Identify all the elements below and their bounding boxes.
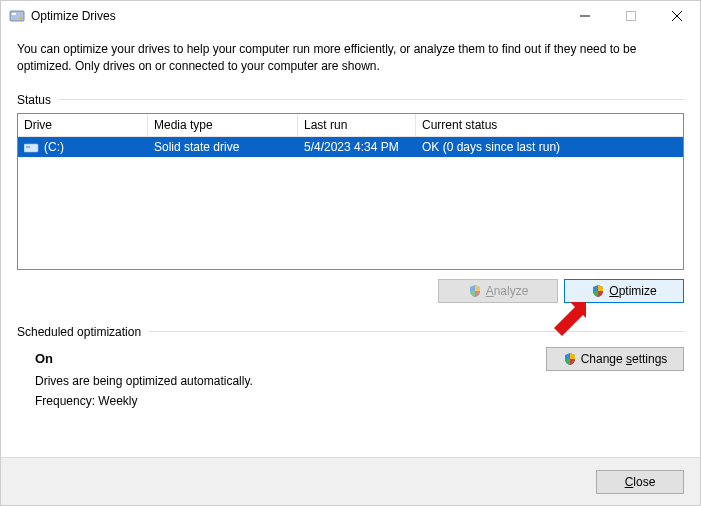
optimize-drives-window: Optimize Drives You can optimize your dr… xyxy=(0,0,701,506)
close-window-button[interactable] xyxy=(654,1,700,31)
drive-icon xyxy=(24,141,40,153)
sched-label-text: Scheduled optimization xyxy=(17,325,141,339)
close-button[interactable]: Close xyxy=(596,470,684,494)
sched-section-label: Scheduled optimization xyxy=(17,325,684,339)
drives-table[interactable]: Drive Media type Last run Current status… xyxy=(17,113,684,270)
footer: Close xyxy=(1,457,700,505)
action-buttons: Analyze Optimize xyxy=(17,279,684,303)
sched-freq: Frequency: Weekly xyxy=(35,394,684,408)
optimize-label: Optimize xyxy=(609,284,656,298)
app-icon xyxy=(9,8,25,24)
table-header: Drive Media type Last run Current status xyxy=(18,114,683,137)
divider xyxy=(149,331,684,332)
shield-icon xyxy=(468,284,482,298)
window-title: Optimize Drives xyxy=(31,9,562,23)
sched-body: On Drives are being optimized automatica… xyxy=(17,345,684,414)
svg-rect-8 xyxy=(26,146,30,148)
divider xyxy=(59,99,684,100)
svg-rect-0 xyxy=(10,11,24,21)
sched-text: Drives are being optimized automatically… xyxy=(35,374,684,388)
titlebar: Optimize Drives xyxy=(1,1,700,31)
drive-name: (C:) xyxy=(44,140,64,154)
header-drive[interactable]: Drive xyxy=(18,114,148,136)
header-last-run[interactable]: Last run xyxy=(298,114,416,136)
optimize-button[interactable]: Optimize xyxy=(564,279,684,303)
shield-icon xyxy=(591,284,605,298)
header-status[interactable]: Current status xyxy=(416,114,683,136)
maximize-button xyxy=(608,1,654,31)
svg-point-2 xyxy=(20,17,22,19)
intro-text: You can optimize your drives to help you… xyxy=(17,41,684,75)
minimize-button[interactable] xyxy=(562,1,608,31)
change-settings-label: Change settings xyxy=(581,352,668,366)
analyze-label: Analyze xyxy=(486,284,529,298)
svg-rect-4 xyxy=(627,12,636,21)
header-media[interactable]: Media type xyxy=(148,114,298,136)
cell-status: OK (0 days since last run) xyxy=(416,137,683,157)
status-label-text: Status xyxy=(17,93,51,107)
close-label: Close xyxy=(625,475,656,489)
window-controls xyxy=(562,1,700,31)
status-section-label: Status xyxy=(17,93,684,107)
table-row[interactable]: (C:) Solid state drive 5/4/2023 4:34 PM … xyxy=(18,137,683,157)
cell-drive: (C:) xyxy=(18,137,148,157)
content-area: You can optimize your drives to help you… xyxy=(1,31,700,457)
change-settings-button[interactable]: Change settings xyxy=(546,347,684,371)
shield-icon xyxy=(563,352,577,366)
cell-last-run: 5/4/2023 4:34 PM xyxy=(298,137,416,157)
cell-media: Solid state drive xyxy=(148,137,298,157)
analyze-button: Analyze xyxy=(438,279,558,303)
svg-rect-1 xyxy=(12,13,16,15)
